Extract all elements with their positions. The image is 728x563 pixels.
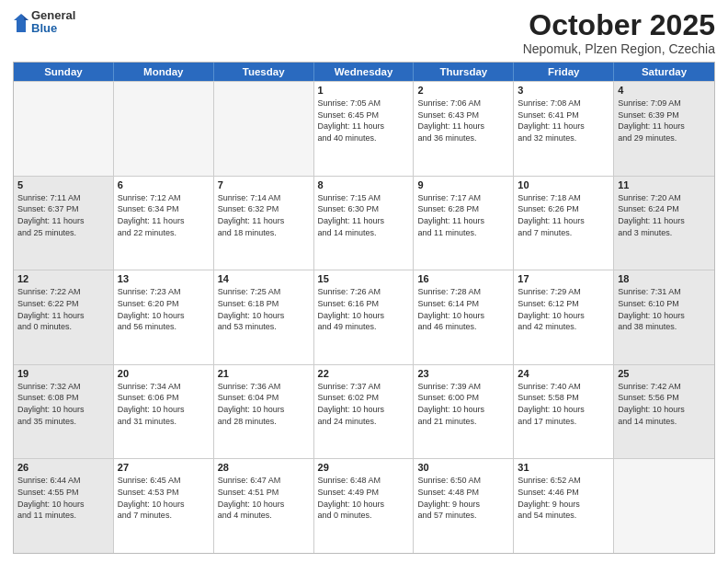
calendar-cell: 31Sunrise: 6:52 AM Sunset: 4:46 PM Dayli… — [514, 459, 614, 553]
cell-info: Sunrise: 7:29 AM Sunset: 6:12 PM Dayligh… — [518, 286, 609, 332]
cell-info: Sunrise: 6:48 AM Sunset: 4:49 PM Dayligh… — [318, 475, 410, 521]
cell-info: Sunrise: 7:40 AM Sunset: 5:58 PM Dayligh… — [518, 381, 609, 427]
day-number: 4 — [618, 85, 711, 96]
calendar-cell: 28Sunrise: 6:47 AM Sunset: 4:51 PM Dayli… — [214, 459, 314, 553]
weekday-header: Thursday — [414, 63, 514, 81]
day-number: 21 — [218, 368, 310, 379]
calendar-cell: 8Sunrise: 7:15 AM Sunset: 6:30 PM Daylig… — [314, 177, 415, 270]
calendar-cell: 21Sunrise: 7:36 AM Sunset: 6:04 PM Dayli… — [214, 365, 314, 459]
calendar-cell: 11Sunrise: 7:20 AM Sunset: 6:24 PM Dayli… — [614, 177, 714, 270]
day-number: 30 — [417, 462, 509, 473]
calendar-cell: 13Sunrise: 7:23 AM Sunset: 6:20 PM Dayli… — [114, 270, 214, 364]
cell-info: Sunrise: 7:06 AM Sunset: 6:43 PM Dayligh… — [417, 98, 509, 144]
calendar-row: 1Sunrise: 7:05 AM Sunset: 6:45 PM Daylig… — [14, 81, 714, 176]
day-number: 25 — [618, 368, 711, 379]
cell-info: Sunrise: 7:36 AM Sunset: 6:04 PM Dayligh… — [218, 381, 310, 427]
calendar-cell: 15Sunrise: 7:26 AM Sunset: 6:16 PM Dayli… — [314, 270, 415, 364]
cell-info: Sunrise: 7:26 AM Sunset: 6:16 PM Dayligh… — [318, 286, 410, 332]
calendar-cell: 1Sunrise: 7:05 AM Sunset: 6:45 PM Daylig… — [314, 82, 415, 176]
calendar-cell: 19Sunrise: 7:32 AM Sunset: 6:08 PM Dayli… — [14, 365, 114, 459]
weekday-header: Saturday — [614, 63, 714, 81]
calendar-body: 1Sunrise: 7:05 AM Sunset: 6:45 PM Daylig… — [14, 81, 714, 553]
calendar-cell: 18Sunrise: 7:31 AM Sunset: 6:10 PM Dayli… — [614, 270, 714, 364]
day-number: 8 — [318, 179, 410, 190]
cell-info: Sunrise: 6:44 AM Sunset: 4:55 PM Dayligh… — [17, 475, 109, 521]
logo-icon — [13, 13, 29, 33]
day-number: 14 — [218, 273, 310, 284]
cell-info: Sunrise: 7:11 AM Sunset: 6:37 PM Dayligh… — [17, 192, 109, 238]
calendar-cell — [114, 82, 214, 176]
day-number: 23 — [417, 368, 509, 379]
day-number: 11 — [618, 179, 711, 190]
cell-info: Sunrise: 7:12 AM Sunset: 6:34 PM Dayligh… — [118, 192, 210, 238]
calendar-cell: 24Sunrise: 7:40 AM Sunset: 5:58 PM Dayli… — [514, 365, 614, 459]
weekday-header: Wednesday — [314, 63, 415, 81]
calendar-cell: 10Sunrise: 7:18 AM Sunset: 6:26 PM Dayli… — [514, 177, 614, 270]
cell-info: Sunrise: 6:45 AM Sunset: 4:53 PM Dayligh… — [118, 475, 210, 521]
calendar-cell: 26Sunrise: 6:44 AM Sunset: 4:55 PM Dayli… — [14, 459, 114, 553]
location: Nepomuk, Plzen Region, Czechia — [523, 41, 715, 56]
cell-info: Sunrise: 7:15 AM Sunset: 6:30 PM Dayligh… — [318, 192, 410, 238]
calendar-row: 12Sunrise: 7:22 AM Sunset: 6:22 PM Dayli… — [14, 270, 714, 364]
logo-general-text: General — [31, 9, 75, 22]
cell-info: Sunrise: 7:28 AM Sunset: 6:14 PM Dayligh… — [417, 286, 509, 332]
calendar-cell: 25Sunrise: 7:42 AM Sunset: 5:56 PM Dayli… — [614, 365, 714, 459]
day-number: 3 — [518, 85, 609, 96]
day-number: 9 — [417, 179, 509, 190]
cell-info: Sunrise: 7:22 AM Sunset: 6:22 PM Dayligh… — [17, 286, 109, 332]
svg-marker-0 — [14, 14, 28, 32]
day-number: 15 — [318, 273, 410, 284]
cell-info: Sunrise: 7:32 AM Sunset: 6:08 PM Dayligh… — [17, 381, 109, 427]
cell-info: Sunrise: 7:39 AM Sunset: 6:00 PM Dayligh… — [417, 381, 509, 427]
day-number: 20 — [118, 368, 210, 379]
day-number: 28 — [218, 462, 310, 473]
day-number: 13 — [118, 273, 210, 284]
day-number: 31 — [518, 462, 609, 473]
logo: General Blue — [13, 9, 75, 36]
day-number: 2 — [417, 85, 509, 96]
calendar-cell — [614, 459, 714, 553]
calendar-cell: 27Sunrise: 6:45 AM Sunset: 4:53 PM Dayli… — [114, 459, 214, 553]
calendar-cell: 14Sunrise: 7:25 AM Sunset: 6:18 PM Dayli… — [214, 270, 314, 364]
calendar-cell: 7Sunrise: 7:14 AM Sunset: 6:32 PM Daylig… — [214, 177, 314, 270]
day-number: 6 — [118, 179, 210, 190]
calendar-cell: 12Sunrise: 7:22 AM Sunset: 6:22 PM Dayli… — [14, 270, 114, 364]
calendar-row: 5Sunrise: 7:11 AM Sunset: 6:37 PM Daylig… — [14, 176, 714, 270]
weekday-header: Friday — [514, 63, 614, 81]
title-block: October 2025 Nepomuk, Plzen Region, Czec… — [523, 9, 715, 56]
day-number: 27 — [118, 462, 210, 473]
day-number: 1 — [318, 85, 410, 96]
calendar-row: 26Sunrise: 6:44 AM Sunset: 4:55 PM Dayli… — [14, 458, 714, 553]
cell-info: Sunrise: 7:42 AM Sunset: 5:56 PM Dayligh… — [618, 381, 711, 427]
calendar-row: 19Sunrise: 7:32 AM Sunset: 6:08 PM Dayli… — [14, 364, 714, 459]
calendar-cell: 6Sunrise: 7:12 AM Sunset: 6:34 PM Daylig… — [114, 177, 214, 270]
cell-info: Sunrise: 7:18 AM Sunset: 6:26 PM Dayligh… — [518, 192, 609, 238]
calendar-cell: 3Sunrise: 7:08 AM Sunset: 6:41 PM Daylig… — [514, 82, 614, 176]
day-number: 5 — [17, 179, 109, 190]
calendar-cell: 22Sunrise: 7:37 AM Sunset: 6:02 PM Dayli… — [314, 365, 415, 459]
day-number: 10 — [518, 179, 609, 190]
cell-info: Sunrise: 7:14 AM Sunset: 6:32 PM Dayligh… — [218, 192, 310, 238]
calendar-cell: 23Sunrise: 7:39 AM Sunset: 6:00 PM Dayli… — [414, 365, 514, 459]
cell-info: Sunrise: 6:52 AM Sunset: 4:46 PM Dayligh… — [518, 475, 609, 521]
day-number: 17 — [518, 273, 609, 284]
calendar-cell: 2Sunrise: 7:06 AM Sunset: 6:43 PM Daylig… — [414, 82, 514, 176]
calendar-cell — [214, 82, 314, 176]
day-number: 22 — [318, 368, 410, 379]
calendar-header: SundayMondayTuesdayWednesdayThursdayFrid… — [14, 63, 714, 81]
calendar-cell: 29Sunrise: 6:48 AM Sunset: 4:49 PM Dayli… — [314, 459, 415, 553]
cell-info: Sunrise: 7:37 AM Sunset: 6:02 PM Dayligh… — [318, 381, 410, 427]
page: General Blue October 2025 Nepomuk, Plzen… — [0, 0, 728, 563]
day-number: 12 — [17, 273, 109, 284]
month-title: October 2025 — [523, 9, 715, 41]
cell-info: Sunrise: 6:50 AM Sunset: 4:48 PM Dayligh… — [417, 475, 509, 521]
weekday-header: Monday — [114, 63, 214, 81]
cell-info: Sunrise: 7:08 AM Sunset: 6:41 PM Dayligh… — [518, 98, 609, 144]
cell-info: Sunrise: 7:34 AM Sunset: 6:06 PM Dayligh… — [118, 381, 210, 427]
calendar-cell — [14, 82, 114, 176]
calendar-cell: 4Sunrise: 7:09 AM Sunset: 6:39 PM Daylig… — [614, 82, 714, 176]
calendar: SundayMondayTuesdayWednesdayThursdayFrid… — [13, 62, 715, 554]
weekday-header: Sunday — [14, 63, 114, 81]
weekday-header: Tuesday — [214, 63, 314, 81]
logo-text: General Blue — [31, 9, 75, 36]
